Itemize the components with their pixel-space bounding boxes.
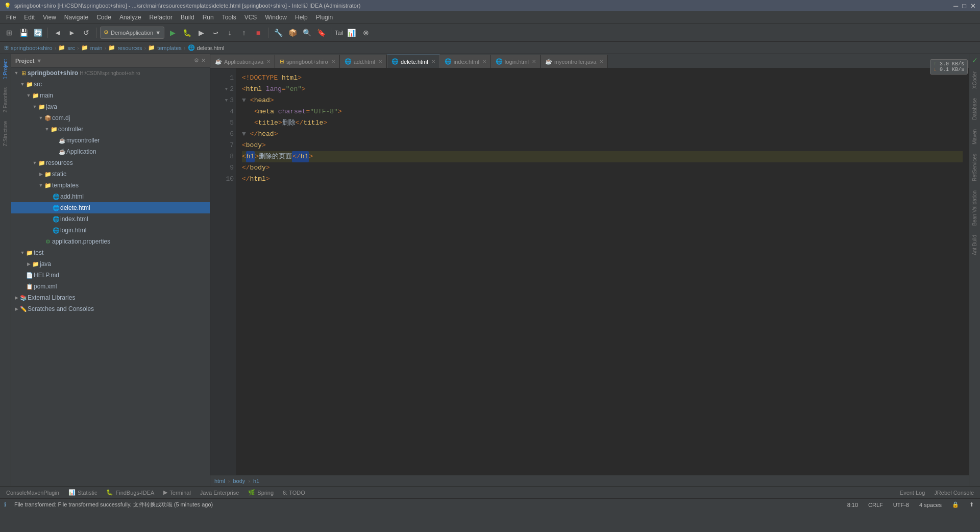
eb-body[interactable]: body: [233, 478, 245, 484]
tree-item-app-props[interactable]: ⚙ application.properties: [11, 236, 210, 247]
panel-retservices[interactable]: RetServices: [971, 150, 978, 185]
build-jar-button[interactable]: 📦: [286, 27, 299, 39]
menu-view[interactable]: View: [39, 13, 60, 22]
menu-refactor[interactable]: Refactor: [145, 13, 177, 22]
tab-close-index-html[interactable]: ✕: [482, 59, 486, 64]
tree-item-static[interactable]: ▶ 📁 static: [11, 168, 210, 180]
tree-item-ext-libs[interactable]: ▶ 📚 External Libraries: [11, 292, 210, 303]
panel-database[interactable]: Database: [971, 94, 978, 124]
tab-close-mycontroller-java[interactable]: ✕: [599, 59, 603, 64]
project-settings-icon[interactable]: ⚙: [194, 57, 199, 64]
tree-item-controller[interactable]: ▼ 📁 controller: [11, 124, 210, 135]
coverage-button[interactable]: 📊: [346, 27, 358, 39]
fold-indicator-6[interactable]: ▼: [242, 129, 246, 140]
bottom-tab-java-enterprise[interactable]: Java Enterprise: [196, 487, 243, 498]
search-everywhere-button[interactable]: 🔍: [301, 27, 313, 39]
tab-application-java[interactable]: ☕ Application.java ✕: [210, 55, 275, 68]
close-button[interactable]: ✕: [970, 2, 976, 10]
tree-item-application[interactable]: ☕ Application: [11, 146, 210, 157]
tree-item-main[interactable]: ▼ 📁 main: [11, 90, 210, 101]
gutter-fold-2[interactable]: ▼: [225, 84, 228, 95]
panel-project[interactable]: 1:Project: [2, 56, 9, 82]
tree-item-scratches[interactable]: ▶ ✏️ Scratches and Consoles: [11, 303, 210, 315]
menu-tools[interactable]: Tools: [218, 13, 240, 22]
tab-index-html[interactable]: 🌐 index.html ✕: [440, 55, 491, 68]
menu-code[interactable]: Code: [92, 13, 115, 22]
tab-close-springboot-shiro[interactable]: ✕: [331, 59, 335, 64]
tree-item-src[interactable]: ▼ 📁 src: [11, 79, 210, 90]
step-over-button[interactable]: ⤻: [209, 27, 222, 39]
bottom-tab-jrebel-console[interactable]: JRebel Console: [930, 487, 978, 498]
menu-edit[interactable]: Edit: [20, 13, 39, 22]
bottom-tab-statistic[interactable]: 📊 Statistic: [64, 487, 102, 498]
menu-run[interactable]: Run: [199, 13, 218, 22]
project-structure-button[interactable]: ⊞: [3, 27, 15, 39]
menu-help[interactable]: Help: [291, 13, 312, 22]
tab-close-login-html[interactable]: ✕: [532, 59, 536, 64]
menu-build[interactable]: Build: [177, 13, 199, 22]
tree-item-test[interactable]: ▼ 📁 test: [11, 247, 210, 258]
status-line-ending[interactable]: CRLF: [866, 501, 885, 509]
tree-item-login-html[interactable]: 🌐 login.html: [11, 225, 210, 236]
status-lock-icon[interactable]: 🔒: [950, 500, 961, 509]
panel-bean-validation[interactable]: Bean Validation: [971, 186, 978, 230]
tab-login-html[interactable]: 🌐 login.html ✕: [491, 55, 541, 68]
bottom-tab-consolemavenplugin[interactable]: ConsoleMavenPlugin: [2, 487, 63, 498]
tab-close-delete-html[interactable]: ✕: [431, 59, 435, 64]
run-config-dropdown[interactable]: ⚙ DemoApplication ▼: [100, 27, 164, 39]
tree-item-test-java[interactable]: ▶ 📁 java: [11, 258, 210, 270]
editor-area[interactable]: 1 ▼2 ▼3 4 5 6 7 8 9 10 <!DOCTYPE html> <…: [210, 68, 969, 475]
menu-navigate[interactable]: Navigate: [60, 13, 92, 22]
tree-item-java[interactable]: ▼ 📁 java: [11, 101, 210, 112]
eb-html[interactable]: html: [214, 478, 225, 484]
panel-maven[interactable]: Maven: [971, 125, 978, 149]
tree-item-index-html[interactable]: 🌐 index.html: [11, 213, 210, 225]
tail-label[interactable]: Tail: [335, 30, 344, 36]
tab-close-add-html[interactable]: ✕: [378, 59, 382, 64]
step-out-button[interactable]: ↑: [238, 27, 250, 39]
revert-button[interactable]: ↺: [80, 27, 92, 39]
run-button[interactable]: ▶: [166, 27, 179, 39]
project-dropdown-icon[interactable]: ▼: [36, 58, 42, 64]
tree-item-templates[interactable]: ▼ 📁 templates: [11, 180, 210, 191]
menu-vcs[interactable]: VCS: [240, 13, 261, 22]
title-bar-controls[interactable]: ─ □ ✕: [953, 2, 976, 10]
tab-close-application-java[interactable]: ✕: [266, 59, 271, 64]
gutter-fold-3[interactable]: ▼: [225, 95, 228, 106]
menu-file[interactable]: File: [2, 13, 20, 22]
tree-item-resources[interactable]: ▼ 📁 resources: [11, 157, 210, 168]
maximize-button[interactable]: □: [962, 2, 966, 10]
bc-file[interactable]: delete.html: [197, 45, 225, 51]
tree-item-help-md[interactable]: 📄 HELP.md: [11, 270, 210, 281]
tree-item-add-html[interactable]: 🌐 add.html: [11, 191, 210, 202]
status-git-icon[interactable]: ⬆: [967, 500, 976, 509]
run-with-coverage-button[interactable]: ▶: [195, 27, 207, 39]
panel-xcoder[interactable]: XCoder: [971, 67, 978, 93]
bookmark-button[interactable]: 🔖: [315, 27, 327, 39]
tab-add-html[interactable]: 🌐 add.html ✕: [340, 55, 387, 68]
stop-button[interactable]: ■: [252, 27, 264, 39]
tree-item-pom-xml[interactable]: 📋 pom.xml: [11, 281, 210, 292]
panel-structure[interactable]: Z:Structure: [2, 118, 9, 149]
profile-button[interactable]: ⊗: [360, 27, 372, 39]
debug-button[interactable]: 🐛: [181, 27, 193, 39]
bc-resources[interactable]: resources: [117, 45, 142, 51]
status-indent[interactable]: 4 spaces: [917, 501, 944, 509]
save-button[interactable]: 💾: [17, 27, 30, 39]
menu-analyze[interactable]: Analyze: [115, 13, 145, 22]
project-close-icon[interactable]: ✕: [201, 57, 206, 64]
settings-button[interactable]: 🔧: [272, 27, 284, 39]
sync-button[interactable]: 🔄: [32, 27, 44, 39]
panel-favorites[interactable]: 2:Favorites: [2, 84, 9, 115]
tree-item-mycontroller[interactable]: ☕ mycontroller: [11, 135, 210, 146]
bottom-tab-spring[interactable]: 🌿 Spring: [244, 487, 278, 498]
bc-src[interactable]: src: [67, 45, 75, 51]
menu-plugin[interactable]: Plugin: [312, 13, 337, 22]
tree-item-delete-html[interactable]: 🌐 delete.html: [11, 202, 210, 213]
forward-button[interactable]: ►: [66, 27, 78, 39]
tree-item-root[interactable]: ▼ ⊞ springboot+shiro H:\CSDN\springboot+…: [11, 67, 210, 79]
bottom-tab-event-log[interactable]: Event Log: [896, 487, 929, 498]
bottom-tab-terminal[interactable]: ▶ Terminal: [159, 487, 195, 498]
bottom-tab-findbugs[interactable]: 🐛 FindBugs-IDEA: [102, 487, 158, 498]
fold-indicator-3[interactable]: ▼: [242, 95, 246, 106]
